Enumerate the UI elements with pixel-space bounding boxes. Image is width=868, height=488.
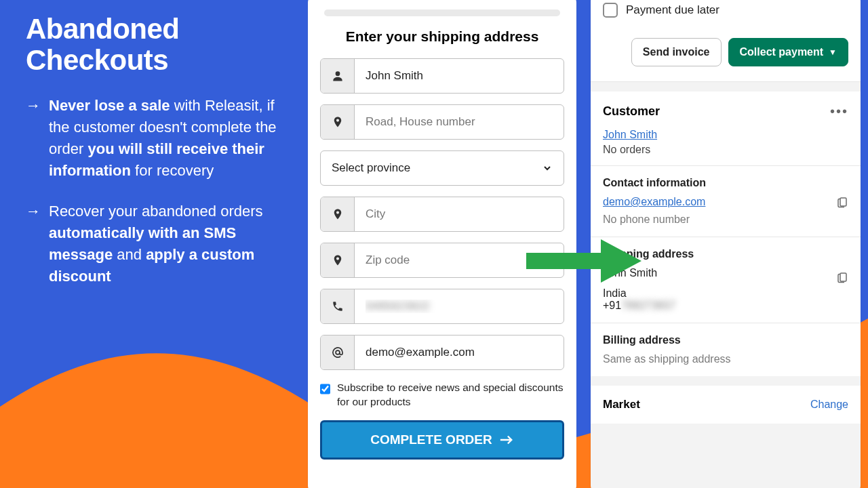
contact-block: Contact information demo@example.com No … (591, 166, 861, 237)
collect-payment-button[interactable]: Collect payment ▼ (728, 38, 848, 66)
zip-input[interactable] (355, 243, 564, 277)
complete-order-label: COMPLETE ORDER (370, 432, 492, 447)
province-select[interactable]: Select province (320, 150, 564, 186)
shipping-country: India (603, 287, 848, 300)
shipping-form-card: Enter your shipping address Select provi… (308, 0, 576, 488)
billing-heading: Billing address (603, 334, 848, 346)
payment-due-row[interactable]: Payment due later (591, 0, 861, 31)
customer-block: Customer ••• John Smith No orders (591, 92, 861, 165)
subscribe-checkbox[interactable] (320, 382, 330, 396)
promo-bullet-1: Never lose a sale with Releasit, if the … (26, 95, 294, 182)
billing-block: Billing address Same as shipping address (591, 323, 861, 376)
send-invoice-button[interactable]: Send invoice (631, 38, 722, 66)
svg-point-0 (335, 71, 340, 76)
promo-b2-mid: and (113, 246, 146, 263)
promo-b1-post: for recovery (131, 162, 214, 179)
zip-field[interactable] (320, 243, 564, 278)
subscribe-row: Subscribe to receive news and special di… (320, 381, 564, 409)
send-invoice-label: Send invoice (643, 46, 710, 58)
collect-payment-label: Collect payment (740, 46, 824, 58)
province-label: Select province (332, 161, 410, 175)
promo-b2-pre: Recover your abandoned orders (49, 203, 263, 220)
svg-point-1 (336, 350, 340, 354)
email-input[interactable] (355, 336, 564, 369)
contact-email[interactable]: demo@example.com (603, 196, 705, 208)
caret-down-icon: ▼ (829, 47, 837, 57)
promo-panel: Abandoned Checkouts Never lose a sale wi… (26, 14, 294, 306)
more-icon[interactable]: ••• (830, 104, 848, 119)
form-title: Enter your shipping address (320, 28, 564, 45)
customer-orders: No orders (603, 144, 848, 156)
market-block: Market Change (591, 386, 861, 424)
shipping-heading: Shipping address (603, 248, 848, 260)
name-input[interactable] (355, 59, 564, 93)
arrow-right-icon (499, 434, 514, 445)
person-icon (321, 59, 355, 93)
market-heading: Market (603, 398, 640, 411)
payment-due-checkbox[interactable] (603, 3, 618, 18)
phone-input[interactable] (355, 289, 564, 323)
shipping-phone-prefix: +91 (603, 300, 621, 311)
chevron-down-icon (542, 163, 553, 174)
clipboard-icon[interactable] (836, 271, 848, 283)
progress-bar (324, 9, 560, 16)
clipboard-icon[interactable] (836, 196, 848, 208)
promo-b1-strong1: Never lose a sale (49, 97, 170, 114)
customer-link[interactable]: John Smith (603, 129, 657, 140)
complete-order-button[interactable]: COMPLETE ORDER (320, 420, 564, 460)
promo-bullet-2: Recover your abandoned orders automatica… (26, 201, 294, 287)
payment-due-label: Payment due later (626, 3, 719, 17)
phone-icon (321, 289, 355, 323)
contact-heading: Contact information (603, 177, 848, 189)
no-phone: No phone number (603, 214, 848, 226)
shipping-phone-blur: 788273657 (621, 300, 675, 311)
road-field[interactable] (320, 104, 564, 140)
billing-same: Same as shipping address (603, 353, 848, 365)
road-input[interactable] (355, 105, 564, 139)
email-field[interactable] (320, 335, 564, 370)
customer-heading: Customer (603, 104, 660, 119)
admin-panel: Payment due later Send invoice Collect p… (591, 0, 861, 488)
shipping-phone: +91788273657 (603, 300, 848, 312)
shipping-name: John Smith (603, 267, 657, 279)
subscribe-label: Subscribe to receive news and special di… (337, 381, 564, 409)
pin-icon (321, 243, 355, 277)
at-icon (321, 336, 355, 369)
market-change-link[interactable]: Change (810, 399, 848, 411)
city-input[interactable] (355, 197, 564, 231)
svg-rect-3 (840, 273, 846, 281)
pin-icon (321, 197, 355, 231)
city-field[interactable] (320, 197, 564, 232)
pin-icon (321, 105, 355, 139)
phone-field[interactable] (320, 289, 564, 324)
promo-title: Abandoned Checkouts (26, 14, 294, 76)
name-field[interactable] (320, 58, 564, 94)
shipping-block: Shipping address John Smith India +91788… (591, 237, 861, 323)
svg-rect-2 (840, 198, 846, 206)
